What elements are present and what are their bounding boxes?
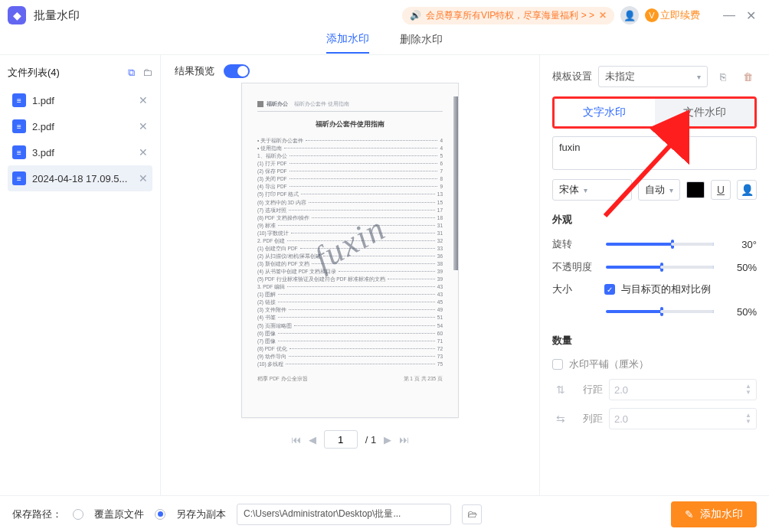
rotate-slider[interactable] <box>606 243 714 246</box>
file-remove-icon[interactable]: ✕ <box>139 120 148 132</box>
tab-file-watermark[interactable]: 文件水印 <box>655 99 755 126</box>
template-save-icon[interactable]: ⎘ <box>714 67 732 86</box>
row-spacing-input[interactable]: 2.0 ▲▼ <box>609 379 757 400</box>
app-icon: ◆ <box>8 6 26 24</box>
pdf-icon: ≡ <box>12 93 26 107</box>
tab-text-watermark[interactable]: 文字水印 <box>555 99 655 126</box>
doc-brand: 福昕办公 <box>267 100 288 108</box>
pager-total: / 1 <box>365 434 376 446</box>
opacity-slider[interactable] <box>606 266 714 269</box>
toc-row: 3. PDF 编辑43 <box>257 283 443 291</box>
col-spacing-value: 2.0 <box>614 413 628 425</box>
scale-value: 50% <box>722 306 757 318</box>
doc-brand-sub: 福昕办公套件 使用指南 <box>294 100 349 108</box>
pager-next-icon[interactable]: ▶ <box>384 434 391 446</box>
col-spacing-input[interactable]: 2.0 ▲▼ <box>609 408 757 429</box>
user-variable-icon[interactable]: 👤 <box>737 180 757 200</box>
opacity-value: 50% <box>722 262 757 273</box>
pager-first-icon[interactable]: ⏮ <box>291 434 301 446</box>
add-file-icon[interactable]: ⧉ <box>128 67 135 79</box>
browse-folder-icon[interactable]: 🗁 <box>462 504 482 524</box>
window-close[interactable]: ✕ <box>740 8 761 23</box>
row-spacing-icon: ⇅ <box>552 383 569 396</box>
toc-row: (5) PDF 行业标准验证及创建符合 PDF 标准标准的文档39 <box>257 276 443 283</box>
scale-relative-label: 与目标页的相对比例 <box>621 282 711 296</box>
stamp-icon: ✎ <box>685 508 694 521</box>
rotate-value: 30° <box>722 239 757 250</box>
add-watermark-button[interactable]: ✎ 添加水印 <box>671 501 757 527</box>
add-watermark-label: 添加水印 <box>700 508 743 521</box>
watermark-text-input[interactable]: fuxin <box>552 136 757 170</box>
toc-row: (7) 图像71 <box>257 338 443 345</box>
user-avatar[interactable]: 👤 <box>620 6 639 24</box>
scale-slider[interactable] <box>606 310 714 313</box>
file-item[interactable]: ≡3.pdf✕ <box>8 139 152 165</box>
scale-relative-checkbox[interactable]: ✓ <box>604 284 615 295</box>
renew-link[interactable]: 立即续费 <box>660 8 700 22</box>
file-name: 1.pdf <box>32 95 139 106</box>
pager: ⏮ ◀ / 1 ▶ ⏭ <box>175 430 525 449</box>
toc-row: 1、福昕办公5 <box>257 152 443 160</box>
file-remove-icon[interactable]: ✕ <box>139 94 148 106</box>
underline-icon[interactable]: U <box>711 180 731 200</box>
template-select[interactable]: 未指定 ▾ <box>598 66 708 87</box>
add-folder-icon[interactable]: 🗀 <box>142 67 152 79</box>
pager-prev-icon[interactable]: ◀ <box>309 434 316 446</box>
toc-row: (1) 创建空白 PDF33 <box>257 245 443 253</box>
toc-row: 2. PDF 创建32 <box>257 237 443 245</box>
speaker-icon: 🔊 <box>410 10 421 21</box>
doc-footer-right: 第 1 页 共 235 页 <box>404 376 443 383</box>
doc-title: 福昕办公套件使用指南 <box>257 119 443 129</box>
watermark-type-tabs: 文字水印 文件水印 <box>552 96 757 129</box>
save-path-input[interactable]: C:\Users\Administrator\Desktop\批量... <box>237 504 451 525</box>
toc-row: (8) PDF 优化72 <box>257 345 443 353</box>
fontsize-select[interactable]: 自动▾ <box>638 179 680 201</box>
toc-row: (3) 新创建的 PDF 文档38 <box>257 260 443 268</box>
template-value: 未指定 <box>605 70 635 83</box>
template-label: 模板设置 <box>552 70 592 83</box>
file-remove-icon[interactable]: ✕ <box>139 146 148 158</box>
bottom-bar: 保存路径： 覆盖原文件 另存为副本 C:\Users\Administrator… <box>0 495 769 532</box>
toc-row: (9) 标准31 <box>257 222 443 230</box>
template-delete-icon[interactable]: 🗑 <box>738 67 757 86</box>
vip-banner[interactable]: 🔊 会员尊享所有VIP特权，尽享海量福利 > > ✕ <box>402 7 614 24</box>
file-item[interactable]: ≡2024-04-18 17.09.5...✕ <box>8 165 152 191</box>
toc-row: (3) 文件附件49 <box>257 306 443 314</box>
pdf-icon: ≡ <box>12 171 26 185</box>
pager-page-input[interactable] <box>324 430 358 449</box>
file-item[interactable]: ≡1.pdf✕ <box>8 87 152 113</box>
row-spacing-value: 2.0 <box>614 384 628 396</box>
toc-row: (4) 从书签中创建 PDF 文档和目录39 <box>257 268 443 276</box>
vip-close-icon[interactable]: ✕ <box>599 10 607 21</box>
page-edge-shadow <box>453 96 458 270</box>
toc-row: (9) 动作导向73 <box>257 353 443 361</box>
file-name: 2.pdf <box>32 121 139 132</box>
toc-row: (5) 页面缩略图54 <box>257 322 443 330</box>
font-select[interactable]: 宋体▾ <box>552 179 632 201</box>
file-name: 3.pdf <box>32 147 139 158</box>
pager-last-icon[interactable]: ⏭ <box>399 434 409 446</box>
file-item[interactable]: ≡2.pdf✕ <box>8 113 152 139</box>
doc-footer-left: 稍享 PDF 办公全宗旨 <box>257 376 308 383</box>
toc-row: (10) 多线程75 <box>257 361 443 368</box>
tile-checkbox[interactable] <box>552 359 563 370</box>
toc-row: (7) 选项对照17 <box>257 207 443 214</box>
col-spacing-icon: ⇆ <box>552 413 569 425</box>
window-minimize[interactable]: — <box>718 8 740 22</box>
preview-heading: 结果预览 <box>175 64 214 78</box>
radio-overwrite[interactable] <box>73 509 83 520</box>
row-spacing-label: 行距 <box>575 383 603 397</box>
tab-remove-watermark[interactable]: 删除水印 <box>400 33 443 53</box>
color-swatch[interactable] <box>686 181 705 198</box>
pdf-icon: ≡ <box>12 119 26 133</box>
titlebar: ◆ 批量水印 🔊 会员尊享所有VIP特权，尽享海量福利 > > ✕ 👤 V 立即… <box>0 0 769 31</box>
toc-row: (4) 导出 PDF9 <box>257 183 443 191</box>
toc-row: (1) 打开 PDF6 <box>257 160 443 168</box>
scale-label: 大小 <box>552 282 598 296</box>
preview-pane: 结果预览 福昕办公 福昕办公套件 使用指南 福昕办公套件使用指南 • 关于福昕办… <box>161 55 539 495</box>
settings-panel: 模板设置 未指定 ▾ ⎘ 🗑 文字水印 文件水印 fuxin 宋体▾ 自动▾ U… <box>539 55 769 495</box>
preview-toggle[interactable] <box>224 64 250 78</box>
radio-save-copy[interactable] <box>155 509 165 520</box>
file-remove-icon[interactable]: ✕ <box>139 172 148 184</box>
tab-add-watermark[interactable]: 添加水印 <box>326 32 369 54</box>
